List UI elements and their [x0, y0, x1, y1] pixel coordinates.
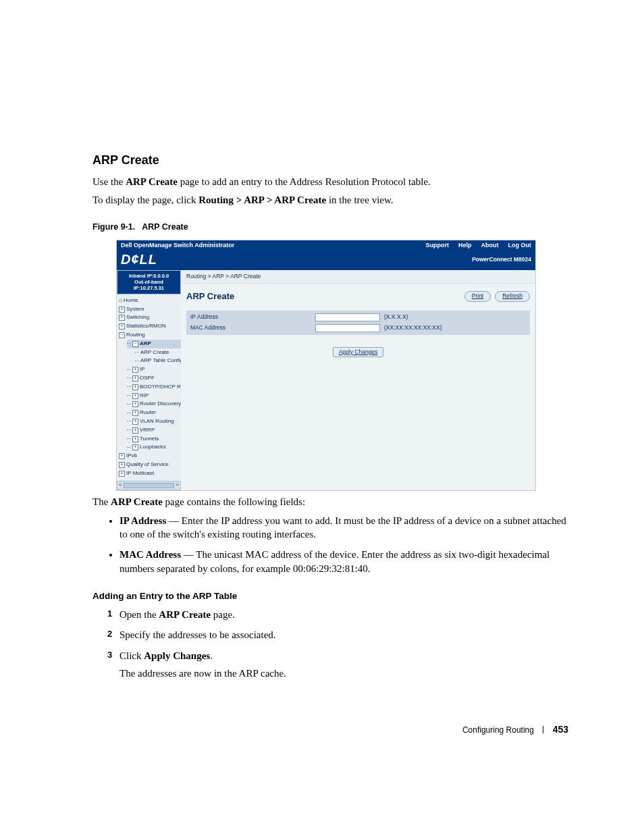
outofband-ip: Out-of-band IP:10.27.5.31 — [119, 279, 178, 292]
scroll-thumb[interactable] — [124, 483, 175, 488]
label: IP — [140, 366, 145, 372]
expand-icon[interactable]: + — [132, 384, 138, 390]
text: page contains the following fields: — [163, 496, 305, 507]
text: Specify the addresses to be associated. — [119, 629, 276, 640]
text: To display the page, click — [92, 194, 198, 205]
text: page to add an entry to the Address Reso… — [178, 176, 431, 187]
expand-icon[interactable]: + — [132, 419, 138, 425]
section-heading: ARP Create — [92, 152, 568, 168]
footer-separator — [543, 726, 543, 733]
scroll-right-icon[interactable]: > — [176, 481, 179, 489]
field-item-ip: IP Address — Enter the IP address you wa… — [119, 514, 568, 542]
text: in the tree view. — [326, 194, 393, 205]
field-name: MAC Address — [119, 549, 181, 560]
topbar-link-help[interactable]: Help — [458, 241, 472, 249]
tree-item-ip[interactable]: +IP — [127, 365, 181, 374]
arp-create-bold: ARP Create — [126, 176, 178, 187]
tree-item-router[interactable]: +Router — [127, 409, 181, 417]
tree-item-qos[interactable]: +Quality of Service — [119, 461, 181, 469]
dash: — — [166, 515, 182, 526]
dell-logo: D¢LL — [121, 251, 157, 269]
expand-icon[interactable]: + — [132, 375, 138, 382]
tree-item-system[interactable]: +System — [119, 305, 181, 314]
scroll-left-icon[interactable]: < — [119, 481, 122, 489]
text: The — [92, 496, 111, 507]
topbar-link-about[interactable]: About — [481, 241, 499, 249]
expand-icon[interactable]: + — [132, 444, 138, 450]
tree-item-ipv6[interactable]: +IPv6 — [119, 452, 181, 461]
tree-item-ipmulticast[interactable]: +IP Multicast — [119, 469, 181, 478]
expand-icon[interactable]: + — [132, 401, 138, 407]
expand-icon[interactable]: + — [132, 367, 138, 373]
expand-icon[interactable]: + — [119, 453, 125, 459]
tree-item-loopbacks[interactable]: +Loopbacks — [127, 443, 181, 452]
step-3: Click Apply Changes. The addresses are n… — [107, 649, 568, 681]
footer-chapter: Configuring Routing — [462, 725, 534, 735]
tree-item-ospf[interactable]: +OSPF — [127, 374, 181, 383]
tree-item-tunnels[interactable]: +Tunnels — [127, 435, 181, 444]
label: ARP Table Configu — [140, 357, 186, 363]
ip-address-input[interactable] — [315, 313, 380, 321]
tree-item-vrrp[interactable]: +VRRP — [127, 426, 181, 435]
expand-icon[interactable]: + — [119, 307, 125, 313]
tree-item-home[interactable]: ⌂ Home — [119, 296, 181, 305]
text: Use the — [92, 176, 126, 187]
app-title: Dell OpenManage Switch Administrator — [121, 241, 234, 249]
nav-path-bold: Routing > ARP > ARP Create — [198, 194, 326, 205]
text: Click — [119, 650, 144, 661]
sub-heading: Adding an Entry to the ARP Table — [92, 590, 568, 602]
collapse-icon[interactable]: − — [119, 332, 125, 338]
tree-item-vlanrouting[interactable]: +VLAN Routing — [127, 417, 181, 426]
tree-item-bootp[interactable]: +BOOTP/DHCP Relay — [127, 383, 181, 392]
expand-icon[interactable]: + — [132, 410, 138, 416]
product-name: PowerConnect M8024 — [472, 256, 531, 263]
tree-item-routing[interactable]: −Routing — [119, 331, 181, 340]
label: Routing — [126, 332, 145, 338]
tree-item-rip[interactable]: +RIP — [127, 392, 181, 400]
expand-icon[interactable]: + — [119, 323, 125, 330]
nav-sidebar: Inband IP:0.0.0.0 Out-of-band IP:10.27.5… — [117, 270, 181, 490]
text: Open the — [119, 609, 159, 620]
topbar-link-logout[interactable]: Log Out — [508, 241, 532, 249]
intro-paragraph: Use the ARP Create page to add an entry … — [92, 175, 568, 188]
refresh-button[interactable]: Refresh — [495, 291, 530, 301]
label: IP Multicast — [126, 470, 154, 476]
collapse-icon[interactable]: − — [132, 341, 138, 347]
nav-paragraph: To display the page, click Routing > ARP… — [92, 193, 568, 207]
label: Router Discovery — [140, 400, 181, 407]
tree-item-stats[interactable]: +Statistics/RMON — [119, 322, 181, 331]
expand-icon[interactable]: + — [132, 393, 138, 399]
apply-changes-button[interactable]: Apply Changes — [333, 347, 384, 357]
step-1: Open the ARP Create page. — [107, 608, 568, 621]
brand-row: D¢LL PowerConnect M8024 — [117, 250, 535, 270]
ip-address-label: IP Address — [190, 313, 315, 321]
ip-info-box: Inband IP:0.0.0.0 Out-of-band IP:10.27.5… — [117, 270, 181, 294]
print-button[interactable]: Print — [464, 291, 491, 301]
expand-icon[interactable]: + — [119, 471, 125, 477]
inband-ip: Inband IP:0.0.0.0 — [119, 273, 178, 279]
label: ARP — [140, 340, 151, 346]
mac-address-hint: (XX:XX:XX:XX:XX:XX) — [384, 324, 442, 332]
tree-item-arp[interactable]: −ARP — [127, 340, 181, 348]
tree-item-arp-create[interactable]: ARP Create — [135, 348, 181, 357]
expand-icon[interactable]: + — [132, 427, 138, 434]
tree-item-switching[interactable]: +Switching — [119, 313, 181, 322]
step-3-followup: The addresses are now in the ARP cache. — [119, 667, 568, 680]
expand-icon[interactable]: + — [119, 315, 125, 321]
label: VLAN Routing — [140, 418, 174, 424]
sidebar-scrollbar[interactable]: < > — [117, 481, 181, 490]
expand-icon[interactable]: + — [132, 436, 138, 442]
fields-list: IP Address — Enter the IP address you wa… — [92, 514, 568, 575]
arp-create-bold: ARP Create — [111, 496, 163, 507]
tree-item-arp-table[interactable]: ARP Table Configu — [135, 357, 181, 365]
label: VRRP — [140, 427, 155, 433]
expand-icon[interactable]: + — [119, 462, 125, 468]
home-icon: ⌂ — [119, 297, 122, 303]
label: Quality of Service — [126, 461, 169, 467]
mac-address-input[interactable] — [315, 324, 380, 332]
label: Switching — [126, 314, 149, 320]
topbar-link-support[interactable]: Support — [425, 241, 449, 249]
tree-item-routerdisc[interactable]: +Router Discovery — [127, 400, 181, 409]
text: . — [210, 650, 213, 661]
form-row-mac: MAC Address (XX:XX:XX:XX:XX:XX) — [186, 323, 530, 334]
